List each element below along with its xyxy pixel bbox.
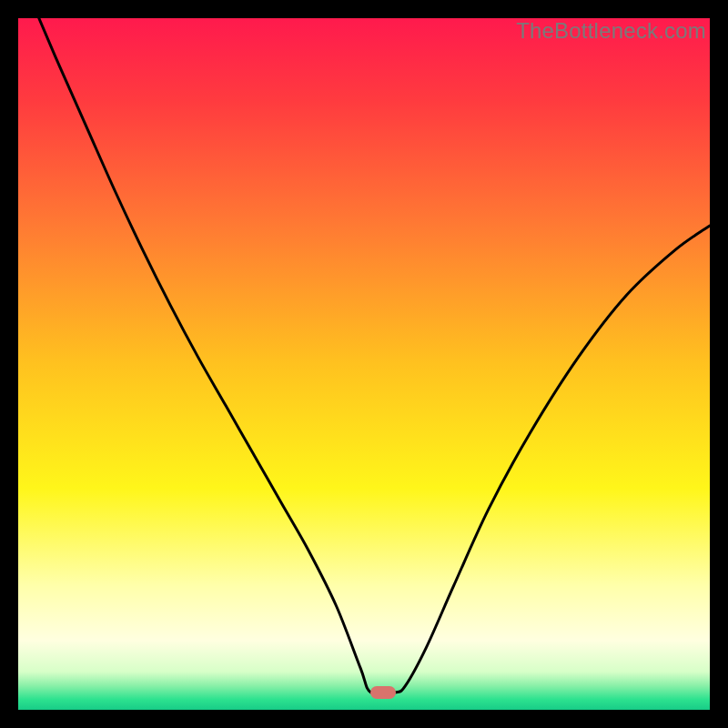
watermark-label: TheBottleneck.com: [516, 18, 706, 44]
optimal-point-marker: [370, 686, 396, 699]
chart-background-gradient: [18, 18, 710, 710]
plot-frame: TheBottleneck.com: [18, 18, 710, 710]
bottleneck-chart: [18, 18, 710, 710]
